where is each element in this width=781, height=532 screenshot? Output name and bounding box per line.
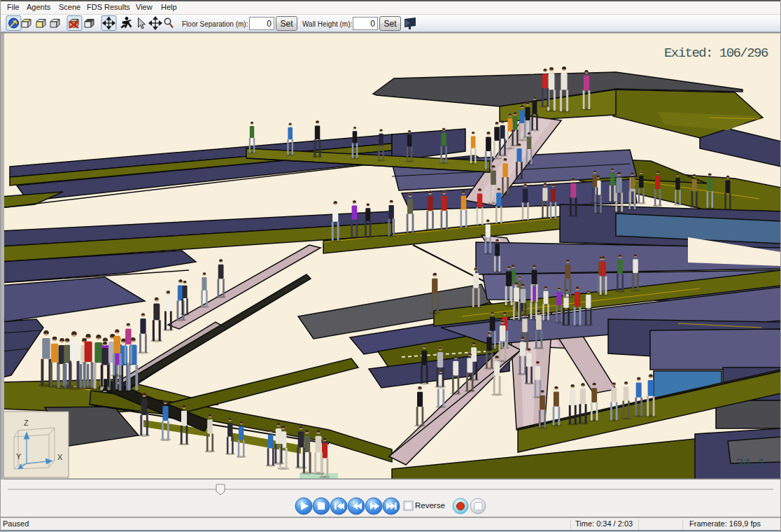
svg-text:Y: Y: [16, 452, 22, 461]
svg-text:X: X: [57, 453, 63, 461]
svg-text:34.1: 34.1: [736, 456, 766, 471]
svg-text:Exited: 106/296: Exited: 106/296: [664, 46, 768, 61]
svg-text:Z: Z: [24, 419, 29, 427]
